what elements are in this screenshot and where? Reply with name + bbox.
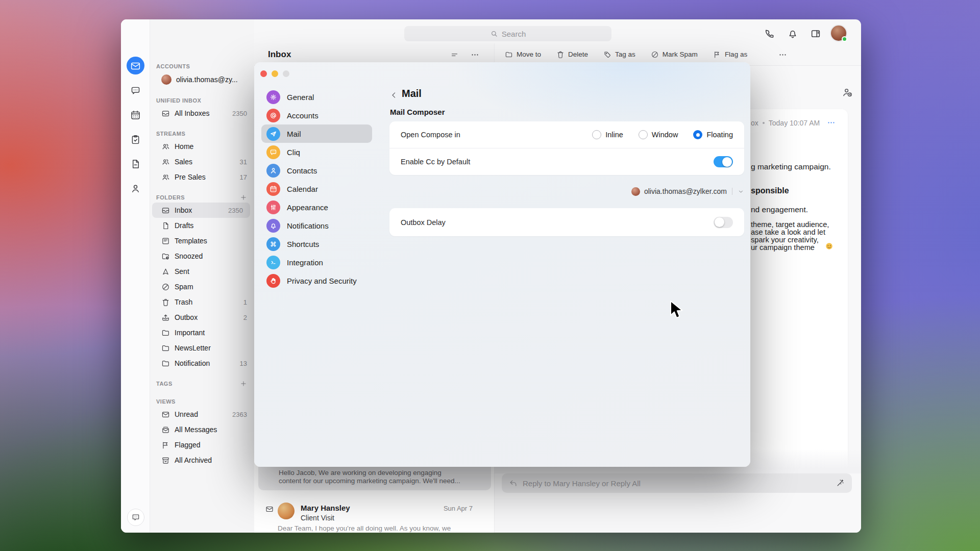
paper-plane-icon — [270, 130, 277, 138]
settings-nav-item[interactable]: Appearance — [261, 198, 372, 216]
sidebar-row[interactable]: VIEWS — [150, 396, 254, 407]
settings-nav-item[interactable]: Shortcuts — [261, 235, 372, 253]
account-selector-dropdown[interactable]: olivia.thomas@zylker.com — [389, 184, 744, 198]
sidebar-row[interactable]: Trash 1 — [150, 294, 254, 310]
settings-nav-label: Accounts — [287, 111, 318, 120]
settings-nav-item[interactable]: Notifications — [261, 216, 372, 235]
toolbar-button[interactable]: Mark Spam — [651, 51, 698, 59]
sidebar-row[interactable]: Sales 31 — [150, 154, 254, 169]
rail-item[interactable] — [121, 103, 150, 127]
sidebar-item-label: Notification — [175, 359, 237, 367]
sidebar-row[interactable]: All Inboxes 2350 — [150, 106, 254, 121]
trash-icon — [161, 298, 170, 307]
search-placeholder: Search — [502, 30, 526, 38]
settings-nav-item[interactable]: Calendar — [261, 180, 372, 198]
delete-icon — [556, 51, 565, 59]
settings-nav-icon-badge — [266, 219, 280, 233]
sidebar-row[interactable]: NewsLetter — [150, 340, 254, 356]
mail-icon — [130, 61, 141, 71]
rail-item[interactable] — [121, 127, 150, 152]
chat-icon — [130, 85, 141, 96]
back-chevron-icon[interactable] — [389, 91, 398, 99]
rail-item[interactable] — [121, 78, 150, 103]
outbox-delay-toggle[interactable] — [714, 217, 733, 228]
quick-reply-bar[interactable]: Reply to Mary Hansley or Reply All — [502, 473, 852, 493]
settings-nav-label: Privacy and Security — [287, 277, 357, 285]
settings-nav-item[interactable]: Cliq — [261, 143, 372, 161]
settings-nav-item[interactable]: Mail — [261, 124, 372, 143]
sidebar-row[interactable]: Sent — [150, 264, 254, 279]
dialog-minimize-button[interactable] — [272, 70, 278, 77]
enable-cc-toggle[interactable] — [714, 156, 733, 167]
bell-icon[interactable] — [787, 28, 798, 39]
sidebar-row[interactable]: Important — [150, 325, 254, 340]
panel-toggle-icon[interactable] — [810, 28, 821, 39]
dialog-close-button[interactable] — [260, 70, 267, 77]
sidebar-row[interactable]: All Archived — [150, 453, 254, 468]
sidebar-row[interactable]: Templates — [150, 233, 254, 248]
gear-icon — [270, 93, 277, 101]
settings-nav-icon-badge — [266, 145, 280, 159]
toolbar-button[interactable]: Delete — [556, 51, 588, 59]
flag-as-icon — [713, 51, 721, 59]
reply-placeholder: Reply to Mary Hansley or Reply All — [523, 479, 836, 488]
sidebar-item-label: Drafts — [175, 221, 247, 230]
toolbar-button[interactable]: Flag as — [713, 51, 747, 59]
rail-item[interactable] — [121, 176, 150, 201]
sidebar-row[interactable]: Pre Sales 17 — [150, 169, 254, 185]
sender-avatar — [278, 503, 295, 519]
at-icon — [270, 112, 277, 119]
rail-item[interactable] — [121, 152, 150, 176]
drafts-icon — [161, 221, 170, 230]
settings-nav-item[interactable]: Contacts — [261, 161, 372, 180]
settings-page-title: Mail — [402, 88, 422, 99]
rail-item[interactable] — [121, 54, 150, 78]
sidebar-row[interactable]: FOLDERS — [150, 192, 254, 203]
folder-icon — [161, 344, 170, 353]
sidebar-row[interactable]: STREAMS — [150, 129, 254, 139]
settings-nav-item[interactable]: Accounts — [261, 106, 372, 124]
email-list-item[interactable]: Mary Hansley Sun Apr 7 Client Visit Dear… — [254, 494, 494, 533]
sidebar-row[interactable]: Inbox 2350 — [152, 203, 250, 218]
add-icon[interactable] — [240, 380, 247, 387]
radio-option[interactable]: Inline — [592, 130, 623, 139]
sidebar-row[interactable]: Flagged — [150, 437, 254, 453]
flagged-icon — [161, 441, 170, 449]
sidebar-row[interactable]: Unread 2363 — [150, 407, 254, 422]
sidebar-row[interactable]: Home — [150, 139, 254, 154]
sidebar-row[interactable]: Snoozed — [150, 248, 254, 264]
sidebar-row[interactable]: olivia.thomas@zy... — [150, 71, 254, 88]
radio-option[interactable]: Window — [639, 130, 678, 139]
toolbar-more-icon[interactable] — [778, 51, 787, 59]
toolbar-button[interactable]: Tag as — [603, 51, 635, 59]
settings-nav-item[interactable]: Integration — [261, 253, 372, 271]
phone-icon[interactable] — [764, 28, 775, 39]
list-more-icon[interactable] — [471, 51, 479, 59]
sidebar-rows: ACCOUNTS olivia.thomas@zy... — [150, 54, 254, 468]
body-fragment-line: spark your creativity, — [751, 236, 829, 244]
user-avatar[interactable] — [831, 26, 846, 41]
radio-option[interactable]: Floating — [693, 130, 733, 139]
archived-icon — [161, 456, 170, 465]
rail-items — [121, 54, 150, 201]
sidebar-row[interactable]: All Messages — [150, 422, 254, 437]
tasks-icon — [130, 134, 141, 145]
person-add-icon[interactable] — [842, 87, 853, 98]
settings-nav-item[interactable]: Privacy and Security — [261, 271, 372, 290]
sidebar-row[interactable]: Spam — [150, 279, 254, 294]
smart-compose-wand-icon[interactable] — [836, 479, 845, 488]
search-input[interactable]: Search — [404, 26, 611, 41]
sidebar-row[interactable]: Notification 13 — [150, 356, 254, 371]
sidebar-row[interactable]: TAGS — [150, 379, 254, 389]
settings-nav-item[interactable]: General — [261, 88, 372, 106]
sidebar-row[interactable]: UNIFIED INBOX — [150, 95, 254, 106]
feedback-button[interactable] — [127, 509, 144, 526]
sidebar-row[interactable]: Outbox 2 — [150, 310, 254, 325]
toolbar-button[interactable]: Move to — [505, 51, 541, 59]
sidebar-row[interactable]: ACCOUNTS — [150, 61, 254, 71]
message-more-icon[interactable] — [827, 118, 836, 127]
sidebar-row[interactable]: Drafts — [150, 218, 254, 233]
add-icon[interactable] — [240, 194, 247, 201]
sort-filter-icon[interactable] — [450, 51, 459, 59]
account-email: olivia.thomas@zylker.com — [644, 187, 727, 195]
